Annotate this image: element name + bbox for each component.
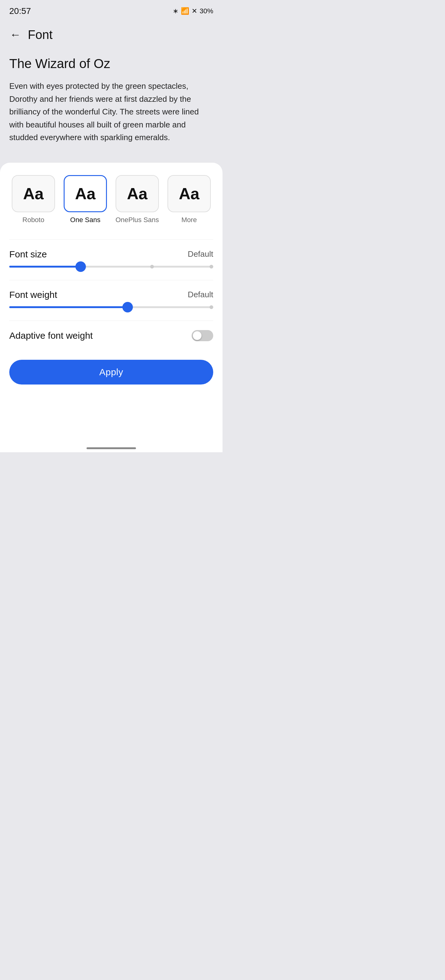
status-time: 20:57 [9, 6, 31, 16]
font-size-header: Font size Default [9, 249, 213, 259]
font-option-more[interactable]: Aa More [165, 175, 213, 224]
divider-1 [9, 239, 213, 240]
font-name-roboto: Roboto [22, 216, 44, 224]
font-option-roboto[interactable]: Aa Roboto [9, 175, 57, 224]
status-icons: ∗ 📶 ✕ 30% [173, 7, 213, 15]
adaptive-font-weight-toggle[interactable] [192, 330, 213, 341]
font-options: Aa Roboto Aa One Sans Aa OnePlus Sans Aa… [9, 175, 213, 224]
adaptive-font-weight-row: Adaptive font weight [9, 330, 213, 347]
font-option-one-sans[interactable]: Aa One Sans [61, 175, 109, 224]
status-bar: 20:57 ∗ 📶 ✕ 30% [0, 0, 223, 19]
preview-text: Even with eyes protected by the green sp… [9, 80, 213, 144]
font-weight-fill [9, 306, 128, 308]
font-preview-oneplus-sans: Aa [127, 185, 147, 203]
font-size-row: Font size Default [9, 249, 213, 267]
toggle-thumb [193, 331, 201, 340]
font-weight-thumb[interactable] [122, 302, 133, 312]
font-size-dot-2 [209, 265, 213, 269]
settings-panel: Aa Roboto Aa One Sans Aa OnePlus Sans Aa… [0, 163, 223, 441]
font-size-value: Default [188, 249, 213, 259]
font-preview-roboto: Aa [23, 185, 44, 203]
font-box-oneplus-sans[interactable]: Aa [116, 175, 159, 212]
font-weight-value: Default [188, 290, 213, 299]
font-box-more[interactable]: Aa [168, 175, 211, 212]
bluetooth-icon: ∗ [173, 7, 178, 15]
font-name-more: More [181, 216, 197, 224]
font-name-oneplus-sans: OnePlus Sans [116, 216, 159, 224]
back-button[interactable]: ← [6, 25, 25, 44]
divider-3 [9, 320, 213, 321]
wifi-icon: 📶 [181, 7, 189, 15]
back-arrow-icon: ← [10, 28, 21, 41]
font-weight-row: Font weight Default [9, 290, 213, 308]
preview-book-title: The Wizard of Oz [9, 56, 213, 71]
home-indicator [0, 441, 223, 452]
font-size-slider[interactable] [9, 266, 213, 267]
adaptive-font-weight-label: Adaptive font weight [9, 330, 93, 341]
font-box-roboto[interactable]: Aa [12, 175, 55, 212]
font-preview-more: Aa [179, 185, 200, 203]
home-bar [87, 447, 136, 449]
font-preview-one-sans: Aa [75, 185, 95, 203]
font-weight-slider[interactable] [9, 306, 213, 308]
preview-section: The Wizard of Oz Even with eyes protecte… [0, 50, 223, 163]
font-size-label: Font size [9, 249, 47, 259]
font-size-fill [9, 266, 81, 267]
font-box-one-sans[interactable]: Aa [64, 175, 107, 212]
header: ← Font [0, 19, 223, 50]
font-weight-header: Font weight Default [9, 290, 213, 300]
page-title: Font [28, 28, 52, 42]
font-size-thumb[interactable] [75, 261, 86, 272]
font-weight-label: Font weight [9, 290, 57, 300]
signal-x-icon: ✕ [192, 7, 197, 15]
battery-level: 30% [200, 7, 213, 15]
divider-2 [9, 280, 213, 280]
font-size-dot-1 [150, 265, 154, 269]
font-name-one-sans: One Sans [70, 216, 100, 224]
font-option-oneplus-sans[interactable]: Aa OnePlus Sans [113, 175, 161, 224]
font-weight-dot-1 [209, 305, 213, 309]
apply-button[interactable]: Apply [9, 360, 213, 385]
